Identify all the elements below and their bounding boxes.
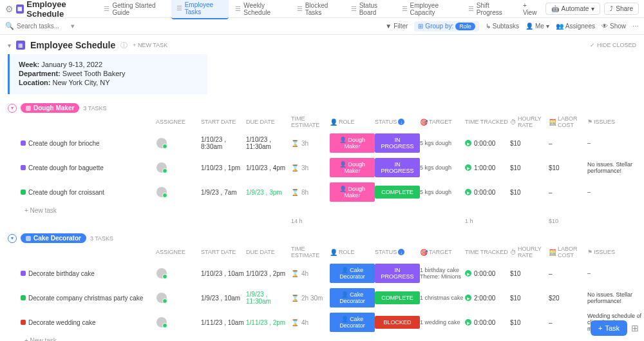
col-issues[interactable]: ⚑ ISSUES	[587, 119, 644, 125]
col-role[interactable]: 👤 ROLE	[330, 119, 375, 126]
time-tracked[interactable]: ▶0:00:00	[465, 319, 510, 326]
avatar[interactable]	[156, 186, 167, 198]
col-start[interactable]: START DATE	[201, 249, 246, 255]
task-row[interactable]: Create dough for brioche 1/10/23 , 8:30a…	[8, 131, 636, 155]
col-due[interactable]: DUE DATE	[246, 249, 291, 255]
status-square-icon[interactable]	[21, 165, 26, 170]
status-square-icon[interactable]	[21, 190, 26, 195]
filter-button[interactable]: ▼Filter	[385, 23, 408, 30]
col-target[interactable]: 🎯 TARGET	[420, 249, 465, 256]
column-headers: ASSIGNEE START DATE DUE DATE TIME ESTIMA…	[8, 244, 636, 261]
play-icon[interactable]: ▶	[465, 140, 471, 146]
avatar[interactable]	[156, 162, 167, 173]
status-square-icon[interactable]	[21, 320, 26, 325]
task-row[interactable]: Decorate wedding cake 1/11/23 , 10am 1/1…	[8, 310, 636, 335]
status-chip[interactable]: IN PROGRESS	[375, 264, 420, 283]
play-icon[interactable]: ▶	[465, 295, 471, 301]
status-square-icon[interactable]	[21, 141, 26, 146]
avatar[interactable]	[156, 317, 167, 328]
me-mode-button[interactable]: 👤Me ▾	[526, 23, 549, 30]
status-chip[interactable]: BLOCKED	[375, 316, 420, 329]
col-hourly[interactable]: ⏱ HOURLY RATE	[510, 246, 549, 258]
col-assignee[interactable]: ASSIGNEE	[156, 119, 201, 125]
group-pill[interactable]: Dough Maker	[21, 103, 79, 113]
status-chip[interactable]: COMPLETE	[375, 291, 420, 304]
task-row[interactable]: Create dough for croissant 1/9/23 , 7am …	[8, 180, 636, 204]
plus-icon: +	[598, 324, 602, 332]
task-row[interactable]: Decorate birthday cake 1/10/23 , 10am 1/…	[8, 261, 636, 286]
col-labor[interactable]: 🧮 LABOR COST	[549, 115, 587, 128]
apps-icon[interactable]: ⊞	[631, 323, 639, 333]
play-icon[interactable]: ▶	[465, 189, 471, 195]
col-estimate[interactable]: TIME ESTIMATE	[291, 246, 330, 258]
col-status[interactable]: STATUS ↓	[375, 249, 420, 255]
col-role[interactable]: 👤 ROLE	[330, 249, 375, 256]
col-due[interactable]: DUE DATE	[246, 119, 291, 125]
chevron-down-icon[interactable]: ▾	[71, 22, 75, 30]
col-labor[interactable]: 🧮 LABOR COST	[549, 246, 587, 258]
due-date: 1/10/23 , 11:30am	[246, 136, 291, 150]
time-tracked[interactable]: ▶2:00:00	[465, 295, 510, 302]
col-assignee[interactable]: ASSIGNEE	[156, 249, 201, 255]
automate-button[interactable]: 🤖 Automate ▾	[545, 3, 601, 15]
col-target[interactable]: 🎯 TARGET	[420, 119, 465, 126]
col-estimate[interactable]: TIME ESTIMATE	[291, 115, 330, 128]
status-chip[interactable]: IN PROGRESS	[375, 158, 420, 177]
col-status[interactable]: STATUS ↓	[375, 119, 420, 125]
search-box[interactable]: 🔍 ▾	[5, 22, 385, 30]
search-input[interactable]	[17, 23, 68, 30]
more-icon[interactable]: ⋯	[632, 23, 639, 30]
view-tab-shift-progress[interactable]: ☰Shift Progress	[463, 0, 515, 19]
col-tracked[interactable]: TIME TRACKED	[465, 119, 510, 125]
view-tabs: ☰Getting Started Guide☰Employee Tasks☰We…	[99, 0, 515, 19]
view-tab-weekly-schedule[interactable]: ☰Weekly Schedule	[230, 0, 290, 19]
new-task-row[interactable]: + New task	[8, 335, 636, 341]
status-chip[interactable]: IN PROGRESS	[375, 133, 420, 153]
person-icon: 👤	[526, 23, 533, 30]
status-chip[interactable]: COMPLETE	[375, 186, 420, 199]
info-icon[interactable]: ⓘ	[120, 41, 128, 50]
collapse-group-icon[interactable]: ▾	[8, 234, 17, 243]
time-tracked[interactable]: ▶0:00:00	[465, 189, 510, 196]
play-icon[interactable]: ▶	[465, 270, 471, 277]
time-tracked[interactable]: ▶0:00:00	[465, 140, 510, 147]
assignees-button[interactable]: 👥Assignees	[556, 23, 595, 30]
task-row[interactable]: Create dough for baguette 1/10/23 , 1pm …	[8, 155, 636, 180]
new-task-row[interactable]: + New task	[8, 204, 636, 217]
hourglass-icon: ⌛	[291, 295, 299, 302]
col-tracked[interactable]: TIME TRACKED	[465, 249, 510, 255]
group-pill[interactable]: Cake Decorator	[21, 233, 86, 243]
play-icon[interactable]: ▶	[465, 319, 471, 326]
group-by-button[interactable]: ⊞ Group by: Role	[414, 21, 478, 32]
gear-icon[interactable]: ⚙	[5, 4, 14, 14]
hide-closed-button[interactable]: ✓ HIDE CLOSED	[590, 42, 636, 48]
col-hourly[interactable]: ⏱ HOURLY RATE	[510, 115, 549, 128]
status-square-icon[interactable]	[21, 271, 26, 276]
avatar[interactable]	[156, 268, 167, 279]
task-name: Create dough for croissant	[28, 189, 104, 196]
view-tab-getting-started-guide[interactable]: ☰Getting Started Guide	[99, 0, 169, 19]
time-tracked[interactable]: ▶1:00:00	[465, 164, 510, 171]
new-task-button[interactable]: + NEW TASK	[133, 42, 167, 48]
col-start[interactable]: START DATE	[201, 119, 246, 125]
avatar[interactable]	[156, 292, 167, 304]
collapse-list-icon[interactable]: ▾	[8, 42, 11, 49]
time-tracked[interactable]: ▶0:00:00	[465, 270, 510, 277]
collapse-group-icon[interactable]: ▾	[8, 104, 17, 113]
play-icon[interactable]: ▶	[465, 164, 471, 171]
new-task-fab[interactable]: + Task	[591, 320, 627, 336]
view-tab-blocked-tasks[interactable]: ☰Blocked Tasks	[292, 0, 345, 19]
status-square-icon[interactable]	[21, 295, 26, 300]
task-row[interactable]: Decorate company christmas party cake 1/…	[8, 286, 636, 310]
view-tab-status-board[interactable]: ☰Status Board	[346, 0, 395, 19]
subtasks-button[interactable]: ↳Subtasks	[486, 23, 519, 30]
add-view-button[interactable]: + View	[518, 0, 545, 19]
show-button[interactable]: 👁Show	[601, 23, 626, 30]
share-button[interactable]: ⤴ Share	[604, 3, 639, 15]
avatar[interactable]	[156, 137, 167, 149]
col-issues[interactable]: ⚑ ISSUES	[587, 249, 644, 255]
view-tab-employee-capacity[interactable]: ☰Employee Capacity	[397, 0, 462, 19]
robot-icon: 🤖	[551, 5, 559, 12]
view-tab-employee-tasks[interactable]: ☰Employee Tasks	[171, 0, 229, 19]
due-date: 1/9/23 , 3pm	[246, 189, 291, 196]
